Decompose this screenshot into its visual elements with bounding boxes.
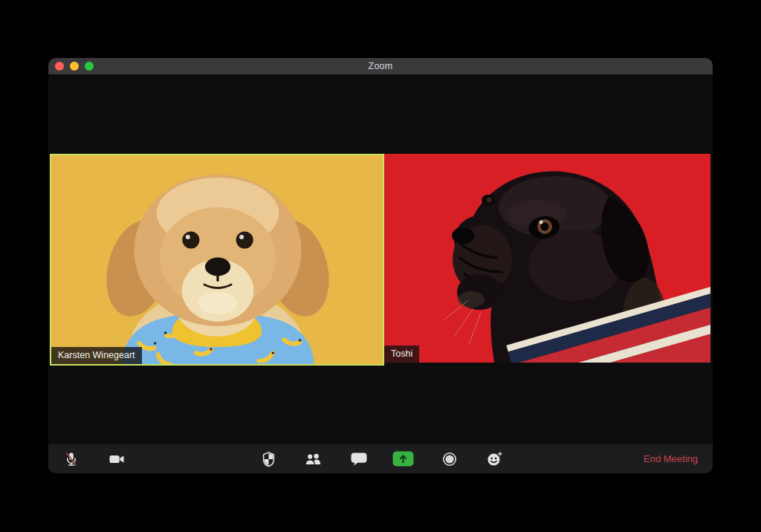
participants-button[interactable] — [298, 444, 328, 473]
share-screen-icon — [392, 451, 414, 467]
chat-button[interactable] — [344, 444, 374, 473]
security-button[interactable] — [253, 444, 283, 473]
traffic-lights — [55, 58, 94, 74]
dog-photo-karsten — [51, 155, 383, 364]
video-tile-toshi[interactable]: Toshi — [384, 154, 710, 363]
participants-icon — [303, 451, 323, 467]
video-button[interactable] — [102, 444, 132, 473]
mute-button[interactable] — [56, 444, 86, 473]
fullscreen-window-button[interactable] — [85, 62, 94, 71]
participant-name-label: Toshi — [384, 346, 419, 363]
video-area: Karsten Winegeart — [48, 74, 713, 444]
reactions-button[interactable] — [479, 444, 509, 473]
minimize-window-button[interactable] — [70, 62, 79, 71]
share-screen-button[interactable] — [388, 444, 418, 473]
shield-icon — [260, 450, 277, 468]
participant-name-label: Karsten Winegeart — [51, 347, 142, 364]
microphone-muted-icon — [62, 450, 80, 468]
close-window-button[interactable] — [55, 62, 64, 71]
window-title: Zoom — [48, 61, 713, 71]
end-meeting-button[interactable]: End Meeting — [644, 444, 698, 473]
reactions-smiley-icon — [485, 450, 503, 468]
meeting-toolbar: End Meeting — [48, 444, 713, 473]
video-camera-icon — [108, 450, 126, 468]
window-titlebar[interactable]: Zoom — [48, 58, 713, 74]
video-tile-karsten[interactable]: Karsten Winegeart — [50, 154, 384, 366]
chat-bubble-icon — [350, 451, 368, 467]
record-icon — [441, 450, 459, 468]
zoom-window: Zoom — [48, 58, 713, 473]
record-button[interactable] — [435, 444, 464, 473]
dog-photo-toshi — [384, 154, 710, 363]
